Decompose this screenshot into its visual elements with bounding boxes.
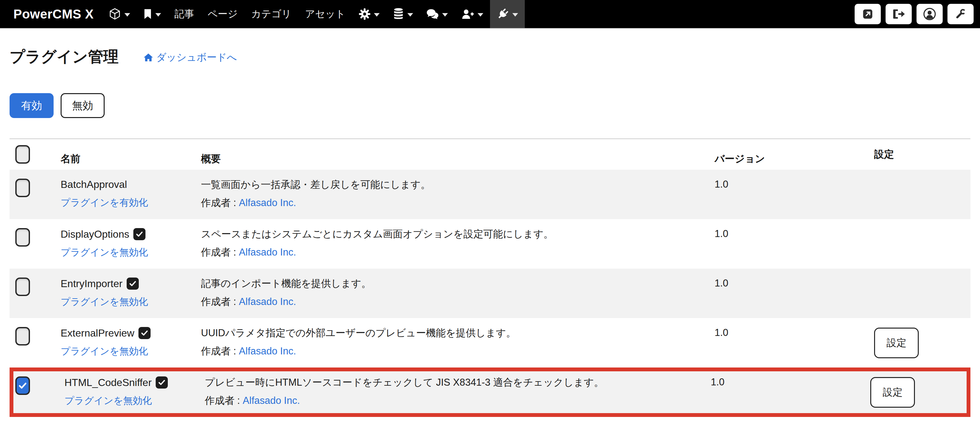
page-title: プラグイン管理 <box>10 46 119 67</box>
page-content: プラグイン管理 ダッシュボードへ 有効 無効 名前 概要 バージョン 設定 Ba… <box>0 46 980 417</box>
enabled-check-icon <box>134 228 145 240</box>
chevron-down-icon <box>477 13 483 17</box>
author-label: 作成者 : <box>201 197 236 208</box>
comments-icon <box>426 9 439 19</box>
table-row: ExternalPreview プラグインを無効化 UUIDパラメタ指定での外部… <box>10 318 970 367</box>
table-row-highlighted: HTML_CodeSniffer プラグインを無効化 プレビュー時にHTMLソー… <box>10 367 970 417</box>
table-header-row: 名前 概要 バージョン 設定 <box>10 139 970 170</box>
column-header-version: バージョン <box>714 143 868 165</box>
database-icon <box>393 8 404 20</box>
plugin-description: 一覧画面から一括承認・差し戻しを可能にします。 <box>201 179 714 191</box>
nav-database-menu[interactable] <box>386 0 420 28</box>
column-header-summary: 概要 <box>201 143 714 165</box>
plugin-version: 1.0 <box>714 278 728 289</box>
gear-icon <box>359 8 371 20</box>
nav-item-assets[interactable]: アセット <box>298 0 352 28</box>
author-link[interactable]: Alfasado Inc. <box>239 296 296 307</box>
nav-comments-menu[interactable] <box>420 0 455 28</box>
plugin-description: 記事のインポート機能を提供します。 <box>201 278 714 290</box>
author-label: 作成者 : <box>201 296 236 307</box>
plugin-version: 1.0 <box>714 228 728 239</box>
cube-icon <box>109 8 121 20</box>
sign-out-button[interactable] <box>886 4 912 24</box>
table-row: DisplayOptions プラグインを無効化 スペースまたはシステムごとにカ… <box>10 219 970 269</box>
plugin-description: UUIDパラメタ指定での外部ユーザーのプレビュー機能を提供します。 <box>201 327 714 339</box>
enabled-check-icon <box>156 377 168 388</box>
navbar-menu: 記事 ページ カテゴリ アセット <box>102 0 525 28</box>
nav-settings-menu[interactable] <box>352 0 386 28</box>
user-circle-icon <box>923 7 936 21</box>
plug-icon <box>497 8 509 20</box>
plugins-table: 名前 概要 バージョン 設定 BatchApproval プラグインを有効化 一… <box>10 138 970 417</box>
plugin-toggle-link[interactable]: プラグインを無効化 <box>60 296 148 309</box>
plugin-toggle-link[interactable]: プラグインを有効化 <box>60 196 148 209</box>
plugin-name: ExternalPreview <box>60 327 134 339</box>
row-checkbox[interactable] <box>15 179 30 197</box>
chevron-down-icon <box>124 13 130 17</box>
column-header-settings: 設定 <box>868 148 970 161</box>
plugin-version: 1.0 <box>711 377 724 388</box>
plugin-settings-button[interactable]: 設定 <box>874 328 919 358</box>
author-link[interactable]: Alfasado Inc. <box>243 395 300 406</box>
author-label: 作成者 : <box>201 246 236 258</box>
chevron-down-icon <box>407 13 413 17</box>
dashboard-link[interactable]: ダッシュボードへ <box>143 51 237 64</box>
user-plus-icon <box>461 9 474 19</box>
chevron-down-icon <box>374 13 380 17</box>
plugin-name: HTML_CodeSniffer <box>64 377 151 388</box>
table-row: BatchApproval プラグインを有効化 一覧画面から一括承認・差し戻しを… <box>10 170 970 219</box>
plugin-toggle-link[interactable]: プラグインを無効化 <box>60 246 148 259</box>
author-link[interactable]: Alfasado Inc. <box>239 197 296 208</box>
top-navbar: PowerCMS X 記事 ページ カテゴリ アセット <box>0 0 980 29</box>
chevron-down-icon <box>442 13 448 17</box>
plugin-settings-button[interactable]: 設定 <box>870 377 915 408</box>
wrench-icon <box>954 8 967 21</box>
row-checkbox[interactable] <box>15 327 30 345</box>
plugin-name: EntryImporter <box>60 278 123 289</box>
plugin-toggle-link[interactable]: プラグインを無効化 <box>64 394 152 407</box>
author-label: 作成者 : <box>205 395 240 406</box>
user-account-button[interactable] <box>916 4 943 24</box>
brand-logo[interactable]: PowerCMS X <box>13 7 94 21</box>
row-checkbox[interactable] <box>15 228 30 246</box>
filter-active-button[interactable]: 有効 <box>10 93 54 118</box>
enabled-check-icon <box>127 278 139 289</box>
nav-bookmark-menu[interactable] <box>137 0 168 28</box>
nav-item-pages[interactable]: ページ <box>201 0 244 28</box>
nav-item-entries[interactable]: 記事 <box>168 0 201 28</box>
chevron-down-icon <box>155 13 161 17</box>
chevron-down-icon <box>512 13 518 17</box>
nav-space-menu[interactable] <box>102 0 137 28</box>
author-label: 作成者 : <box>201 345 236 357</box>
table-row: EntryImporter プラグインを無効化 記事のインポート機能を提供します… <box>10 269 970 318</box>
filter-inactive-button[interactable]: 無効 <box>60 93 105 118</box>
plugin-version: 1.0 <box>714 179 728 190</box>
author-link[interactable]: Alfasado Inc. <box>239 345 296 357</box>
plugin-description: プレビュー時にHTMLソースコードをチェックして JIS X8341-3 適合を… <box>205 377 711 389</box>
page-header: プラグイン管理 ダッシュボードへ <box>10 46 970 67</box>
plugin-name: BatchApproval <box>60 179 127 191</box>
navbar-right-actions <box>854 0 974 28</box>
plugin-name: DisplayOptions <box>60 228 129 240</box>
select-all-checkbox[interactable] <box>15 145 30 164</box>
row-checkbox[interactable] <box>15 377 30 395</box>
tools-button[interactable] <box>947 4 974 24</box>
view-site-button[interactable] <box>854 4 881 24</box>
home-icon <box>143 53 153 62</box>
column-header-name: 名前 <box>60 143 201 165</box>
nav-item-categories[interactable]: カテゴリ <box>244 0 298 28</box>
nav-plugins-menu[interactable] <box>490 0 525 28</box>
nav-users-menu[interactable] <box>455 0 490 28</box>
plugin-description: スペースまたはシステムごとにカスタム画面オプションを設定可能にします。 <box>201 228 714 240</box>
author-link[interactable]: Alfasado Inc. <box>239 246 296 258</box>
sign-out-icon <box>892 8 905 20</box>
status-filter-bar: 有効 無効 <box>10 93 970 118</box>
plugin-toggle-link[interactable]: プラグインを無効化 <box>60 345 148 358</box>
plugin-version: 1.0 <box>714 327 728 338</box>
row-checkbox[interactable] <box>15 278 30 296</box>
external-link-icon <box>861 8 874 21</box>
bookmark-icon <box>143 9 152 19</box>
enabled-check-icon <box>138 327 151 339</box>
